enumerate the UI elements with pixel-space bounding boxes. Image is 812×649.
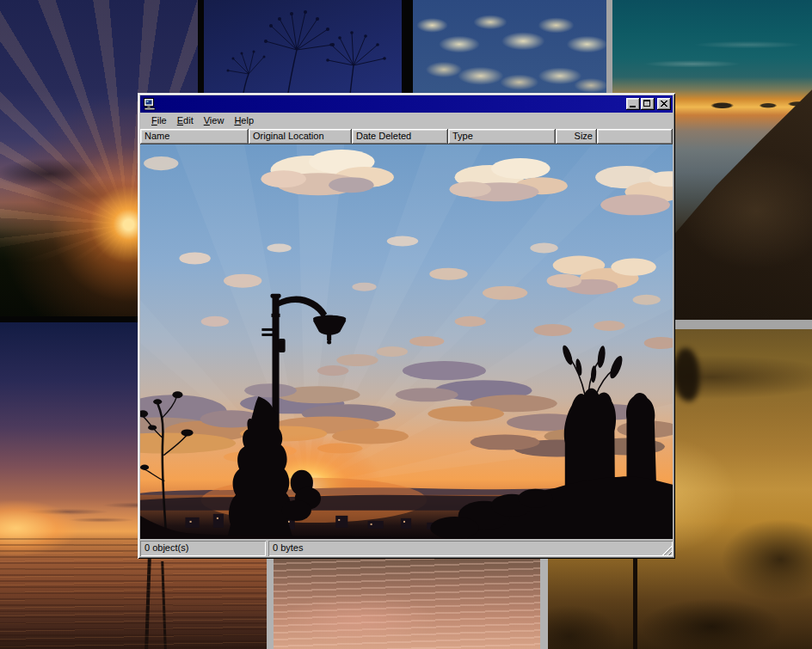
status-object-count: 0 object(s): [140, 541, 266, 556]
water-pole: [161, 561, 167, 649]
recycle-bin-window: File Edit View Help Name Original Locati…: [138, 93, 675, 559]
menu-file[interactable]: File: [146, 113, 172, 128]
resize-grip-icon[interactable]: [661, 544, 672, 555]
sunset-lamp-photo: [140, 144, 673, 539]
window-controls: [625, 98, 671, 110]
column-header-row: Name Original Location Date Deleted Type…: [140, 129, 673, 144]
maximize-icon: [643, 100, 650, 107]
minimize-button[interactable]: [626, 98, 640, 110]
computer-icon: [143, 97, 157, 111]
status-bytes-text: 0 bytes: [273, 542, 303, 553]
status-size-panel: 0 bytes: [268, 541, 673, 556]
menubar: File Edit View Help: [140, 113, 673, 129]
menu-edit[interactable]: Edit: [172, 113, 199, 128]
menu-help[interactable]: Help: [229, 113, 259, 128]
desktop: File Edit View Help Name Original Locati…: [0, 0, 812, 649]
minimize-icon: [630, 106, 636, 107]
close-button[interactable]: [657, 98, 671, 110]
blurred-tree-silhouette: [674, 348, 699, 401]
column-header-name[interactable]: Name: [140, 129, 249, 144]
water-pole: [145, 556, 151, 649]
maximize-button[interactable]: [641, 98, 655, 110]
lamp-pole-silhouette: [633, 544, 637, 649]
column-header-original-location[interactable]: Original Location: [249, 129, 352, 144]
file-list-viewport[interactable]: [140, 144, 673, 539]
column-header-size[interactable]: Size: [556, 129, 597, 144]
titlebar[interactable]: [140, 95, 673, 113]
column-header-filler[interactable]: [597, 129, 673, 144]
column-header-type[interactable]: Type: [448, 129, 556, 144]
column-header-date-deleted[interactable]: Date Deleted: [352, 129, 448, 144]
menu-view[interactable]: View: [199, 113, 230, 128]
statusbar: 0 object(s) 0 bytes: [140, 541, 673, 556]
close-icon: [661, 101, 667, 107]
